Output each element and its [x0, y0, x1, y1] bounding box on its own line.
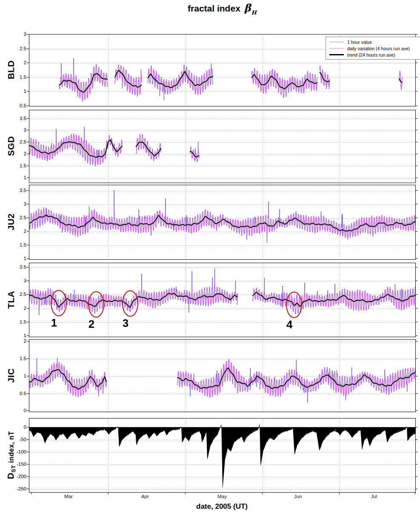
- y-tick-label: 1.5: [9, 242, 26, 248]
- ylabel-JU2: JU2: [0, 185, 22, 259]
- y-tick-mark: [27, 427, 29, 427]
- y-tick-mark: [415, 308, 417, 309]
- y-tick-mark: [415, 358, 417, 359]
- annotation-number-1: 1: [46, 317, 63, 328]
- y-tick-mark: [27, 118, 29, 119]
- y-tick-label: 1: [9, 373, 26, 379]
- y-tick-mark: [415, 294, 417, 295]
- y-tick-mark: [27, 258, 29, 259]
- y-tick-mark: [415, 130, 417, 130]
- x-tick-mark: [415, 493, 415, 494]
- panel-TLA: 1234: [29, 263, 416, 337]
- y-tick-label: 2.5: [9, 292, 26, 297]
- y-tick-mark: [415, 322, 417, 322]
- plot-canvas-DST: [29, 419, 415, 492]
- y-tick-mark: [27, 190, 29, 191]
- x-tick-mark: [108, 493, 109, 494]
- y-tick-mark: [415, 427, 417, 427]
- y-tick-mark: [27, 410, 29, 411]
- y-tick-mark: [27, 106, 29, 106]
- y-tick-mark: [27, 204, 29, 204]
- y-tick-label: 1: [9, 89, 26, 94]
- y-tick-label: 1.5: [9, 319, 26, 325]
- y-tick-label: 2: [9, 229, 26, 234]
- y-tick-label: -50: [9, 437, 26, 442]
- x-tick-mark: [262, 493, 263, 494]
- y-tick-mark: [27, 489, 29, 489]
- x-tick-label-apr: Apr: [130, 494, 160, 499]
- y-tick-mark: [27, 49, 29, 49]
- y-tick-mark: [27, 393, 29, 394]
- y-tick-label: -150: [9, 462, 26, 467]
- y-tick-mark: [27, 91, 29, 92]
- y-tick-mark: [415, 34, 417, 34]
- panel-BLD: 1 hour valuedaily variation (4 hours run…: [29, 34, 416, 106]
- y-tick-mark: [415, 376, 417, 376]
- y-tick-label: 2: [9, 306, 26, 311]
- plot-canvas-SGD: [29, 110, 415, 183]
- beta-subscript: H: [251, 9, 257, 16]
- y-tick-label: 2.5: [9, 139, 26, 145]
- annotation-ellipse-3: [122, 290, 138, 317]
- y-tick-mark: [415, 166, 417, 166]
- x-tick-mark: [185, 493, 186, 494]
- x-tick-mark: [31, 493, 31, 494]
- figure-title: fractal index βH: [29, 2, 415, 14]
- y-tick-mark: [27, 452, 29, 452]
- y-tick-mark: [27, 464, 29, 464]
- annotation-ellipse-1: [51, 290, 67, 316]
- y-tick-mark: [415, 218, 417, 218]
- y-tick-mark: [27, 178, 29, 178]
- y-tick-label: 1: [9, 333, 26, 338]
- y-tick-mark: [415, 281, 417, 281]
- y-tick-label: -250: [9, 486, 26, 492]
- y-tick-label: 3.5: [9, 188, 26, 193]
- y-tick-mark: [27, 34, 29, 34]
- y-tick-label: 1.5: [9, 356, 26, 361]
- y-tick-label: 3: [9, 201, 26, 207]
- x-tick-mark: [339, 493, 340, 494]
- y-tick-mark: [27, 63, 29, 63]
- y-tick-mark: [415, 204, 417, 204]
- beta-symbol: β: [244, 2, 251, 14]
- y-tick-mark: [27, 341, 29, 341]
- y-tick-mark: [27, 231, 29, 232]
- y-tick-mark: [27, 77, 29, 77]
- x-tick-label-jul: Jul: [359, 494, 389, 499]
- annotation-number-4: 4: [281, 319, 298, 330]
- plot-canvas-JIC: [29, 340, 415, 412]
- y-tick-label: 2.5: [9, 215, 26, 221]
- y-tick-label: 1.5: [9, 163, 26, 169]
- y-tick-mark: [27, 166, 29, 166]
- x-tick-label-mar: Mar: [54, 494, 83, 499]
- y-tick-mark: [415, 106, 417, 106]
- y-tick-mark: [415, 231, 417, 232]
- y-tick-mark: [415, 341, 417, 341]
- y-tick-mark: [415, 77, 417, 77]
- y-tick-mark: [415, 464, 417, 464]
- y-tick-mark: [415, 489, 417, 489]
- x-tick-label-jun: Jun: [283, 494, 313, 499]
- y-tick-label: 1: [9, 175, 26, 181]
- title-text: fractal index: [188, 3, 243, 13]
- y-tick-mark: [415, 178, 417, 178]
- ylabel-BLD: BLD: [0, 34, 22, 106]
- y-tick-mark: [415, 245, 417, 245]
- y-tick-mark: [415, 335, 417, 336]
- y-tick-mark: [415, 439, 417, 440]
- y-tick-mark: [27, 335, 29, 336]
- y-tick-label: 1: [9, 256, 26, 261]
- y-tick-label: 3.5: [9, 116, 26, 121]
- y-tick-mark: [415, 410, 417, 411]
- trend-swatch: [329, 54, 344, 55]
- legend-label: trend (24 hours run ave): [347, 52, 395, 57]
- y-tick-label: 2: [9, 151, 26, 157]
- ylabel-TLA: TLA: [0, 263, 22, 336]
- y-tick-mark: [415, 476, 417, 477]
- legend-item: daily variation (4 hours run ave): [329, 45, 418, 52]
- y-tick-label: -100: [9, 449, 26, 455]
- y-tick-label: 3.5: [9, 264, 26, 270]
- y-tick-mark: [27, 322, 29, 322]
- x-axis-label: date, 2005 (UT): [29, 502, 415, 511]
- annotation-ellipse-2: [88, 291, 104, 318]
